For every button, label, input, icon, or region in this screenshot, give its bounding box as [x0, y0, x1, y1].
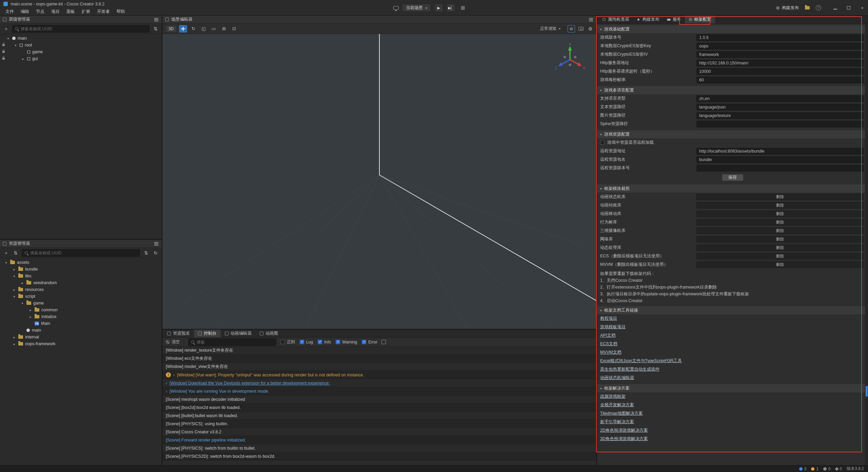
axis-gizmo[interactable]: Y X Z: [554, 43, 586, 76]
log-row[interactable]: [Scene] Cocos Creator v3.8.2: [162, 428, 596, 436]
doc-link[interactable]: 原生包热更新配置自动生成插件: [600, 367, 659, 372]
field-input[interactable]: [696, 95, 864, 102]
delete-module-button[interactable]: 删除: [696, 211, 864, 217]
solution-link[interactable]: Tiledmap地图解决方案: [600, 411, 643, 416]
light-toggle-button[interactable]: ⊙: [568, 25, 575, 33]
solution-link[interactable]: 战旗游戏框架: [600, 394, 626, 399]
log-row[interactable]: [Window] render_texture文件夹存在: [162, 347, 596, 355]
log-row[interactable]: [Scene] [box2d]:box2d wasm lib loaded.: [162, 404, 596, 412]
expand-arrow-icon[interactable]: ▾: [14, 43, 18, 47]
field-input[interactable]: [696, 165, 864, 172]
console-tab[interactable]: 控制台: [194, 330, 221, 337]
delete-module-button[interactable]: 删除: [696, 228, 864, 234]
asset-node[interactable]: ▾ game: [0, 300, 162, 307]
field-input[interactable]: [696, 112, 864, 119]
status-count[interactable]: 0: [823, 467, 831, 471]
assets-search[interactable]: [22, 249, 140, 257]
help-icon[interactable]: ?: [816, 5, 821, 11]
move-tool-button[interactable]: [179, 25, 187, 33]
field-input[interactable]: [696, 51, 864, 58]
expand-arrow-icon[interactable]: ▸: [12, 268, 16, 271]
delete-module-button[interactable]: 删除: [696, 194, 864, 200]
field-input[interactable]: [696, 68, 864, 75]
expand-arrow-icon[interactable]: ▸: [12, 288, 16, 292]
dimension-toggle-button[interactable]: 3D: [165, 25, 177, 33]
expand-arrow-icon[interactable]: ›: [166, 389, 167, 394]
checkbox[interactable]: [280, 340, 285, 344]
refresh-icon[interactable]: ↻: [152, 250, 159, 256]
log-filter-checkbox[interactable]: 正则: [280, 339, 295, 345]
asset-node[interactable]: Main: [0, 320, 162, 327]
doc-link[interactable]: API文档: [600, 333, 615, 338]
menu-item[interactable]: 节点: [33, 8, 48, 16]
add-node-button[interactable]: +: [3, 25, 9, 32]
doc-link[interactable]: 动画状态机编辑器: [600, 375, 634, 381]
expand-arrow-icon[interactable]: ▾: [6, 37, 10, 40]
solution-link[interactable]: 全栈开发解决方案: [600, 402, 634, 408]
delete-module-button[interactable]: 删除: [696, 261, 864, 268]
section-header-modules[interactable]: ▾ 框架模块裁剪: [597, 184, 868, 193]
asset-node[interactable]: ▸ oops-framework: [0, 340, 162, 347]
delete-module-button[interactable]: 删除: [696, 244, 864, 251]
status-count[interactable]: 1: [811, 467, 818, 471]
layout-grid-icon[interactable]: ⊞: [461, 5, 465, 11]
inspector-tab[interactable]: 框架配置: [685, 16, 715, 23]
log-row[interactable]: [Window] ecs文件夹存在: [162, 355, 596, 363]
view-mode-dropdown[interactable]: 正常浏览 ▾: [540, 26, 560, 32]
log-row[interactable]: › [Window] Download the Vue Devtools ext…: [162, 379, 596, 387]
remote-load-checkbox[interactable]: [600, 140, 605, 145]
menu-item[interactable]: 文件: [2, 8, 17, 16]
solution-link[interactable]: 新手引导解决方案: [600, 419, 634, 425]
log-row[interactable]: [Scene] Forward render pipeline initiali…: [162, 436, 596, 444]
scene-settings-gear-icon[interactable]: ⚙: [587, 25, 594, 32]
field-input[interactable]: [696, 60, 864, 66]
asset-node[interactable]: ▸ initialize: [0, 313, 162, 320]
expand-arrow-icon[interactable]: ▾: [20, 301, 24, 305]
expand-arrow-icon[interactable]: ▾: [12, 295, 16, 298]
log-filter-checkbox[interactable]: Log: [300, 340, 313, 345]
export-log-icon[interactable]: [381, 340, 386, 344]
expand-arrow-icon[interactable]: ▸: [12, 335, 16, 339]
section-header-solutions[interactable]: ▾ 框架解决方案: [597, 384, 868, 392]
expand-arrow-icon[interactable]: ▾: [12, 274, 16, 278]
asset-node[interactable]: ▸ seedrandom: [0, 279, 162, 286]
asset-node[interactable]: ▾ assets: [0, 259, 162, 266]
delete-module-button[interactable]: 删除: [696, 236, 864, 242]
menu-item[interactable]: 面板: [63, 8, 78, 16]
clear-console-button[interactable]: 清空: [166, 339, 180, 345]
field-input[interactable]: [696, 34, 864, 41]
field-input[interactable]: [696, 43, 864, 50]
expand-arrow-icon[interactable]: ▸: [28, 308, 33, 312]
doc-link[interactable]: 教程项目: [600, 316, 617, 321]
build-publish-button[interactable]: ⚙ 构建发布: [776, 5, 799, 11]
camera-icon[interactable]: [578, 27, 584, 31]
checkbox[interactable]: [300, 340, 304, 344]
solution-link[interactable]: 2D角色扮演游戏解决方案: [600, 428, 648, 433]
expand-arrow-icon[interactable]: ▸: [12, 342, 16, 346]
checkbox[interactable]: [362, 340, 366, 344]
hierarchy-node[interactable]: ▾ root: [0, 42, 162, 48]
asset-node[interactable]: ▸ resources: [0, 286, 162, 293]
inspector-scrollbar[interactable]: [865, 24, 868, 465]
asset-node[interactable]: ▾ script: [0, 293, 162, 300]
inspector-tab[interactable]: 服务: [663, 16, 685, 23]
minimize-button[interactable]: [833, 5, 837, 11]
scene-viewport[interactable]: Y X Z: [162, 34, 596, 329]
checkbox[interactable]: [318, 340, 322, 344]
section-header-i18n[interactable]: ▾ 游戏多语言配置: [597, 86, 868, 94]
log-row[interactable]: [Scene] [PHYSICS2D]: switch from box2d-w…: [162, 452, 596, 460]
solution-link[interactable]: 3D角色扮演游戏解决方案: [600, 436, 648, 442]
panel-menu-icon[interactable]: [154, 243, 158, 244]
filter-icon[interactable]: ⇅: [143, 250, 150, 256]
rotate-tool-button[interactable]: ↻: [189, 25, 197, 33]
field-input[interactable]: [696, 156, 864, 163]
status-count[interactable]: 3: [799, 467, 807, 471]
log-row[interactable]: [Scene] meshopt wasm decoder initialized: [162, 395, 596, 404]
lock-icon[interactable]: [2, 51, 5, 53]
log-row[interactable]: [Scene] [bullet]:bullet wasm lib loaded.: [162, 412, 596, 420]
expand-arrow-icon[interactable]: ▸: [20, 281, 24, 285]
doc-link[interactable]: ECS文档: [600, 341, 617, 347]
console-tab[interactable]: 动画图: [256, 330, 282, 337]
console-search[interactable]: [188, 338, 276, 346]
delete-module-button[interactable]: 删除: [696, 253, 864, 259]
